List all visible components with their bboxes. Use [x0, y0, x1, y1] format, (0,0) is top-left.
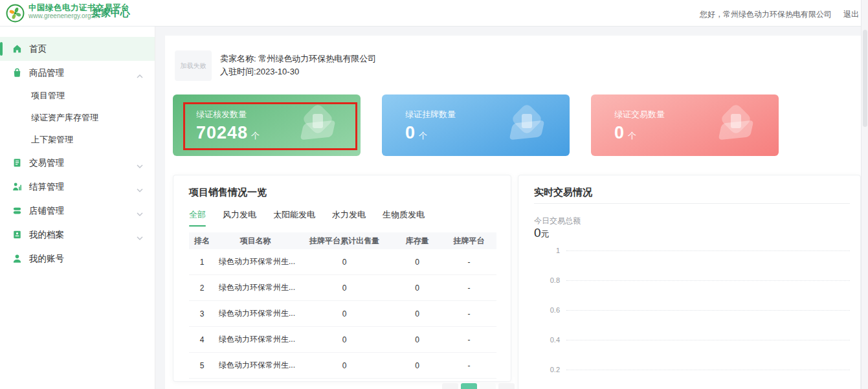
y-axis-tick-label: 0.8 [531, 276, 560, 284]
settlement-icon [12, 182, 22, 192]
tab-biomass[interactable]: 生物质发电 [383, 209, 425, 227]
chart-gridline: 0.4 [518, 340, 862, 349]
sidebar: 首页 商品管理 项目管理 绿证资产库存管理 上下架管理 交易管理 结算管理 店铺… [0, 27, 155, 389]
logout-link[interactable]: 退出 [843, 10, 859, 19]
seller-joined-date: 入驻时间:2023-10-30 [220, 66, 299, 78]
sidebar-item-goods[interactable]: 商品管理 [0, 61, 155, 85]
chevron-down-icon[interactable] [137, 232, 143, 237]
realtime-trade-chart: 10.80.60.40.2 [518, 245, 862, 389]
traded-count: 0 [614, 123, 625, 142]
chevron-down-icon[interactable] [137, 208, 143, 213]
realtime-trade-panel: 实时交易情况 今日交易总额 0元 10.80.60.40.2 [518, 175, 861, 389]
stats-row: 绿证核发数量 70248个 绿证挂牌数量 0个 绿证交易数量 0个 [165, 94, 861, 156]
annotation-highlight-box [183, 102, 357, 150]
sales-table-header: 排名 项目名称 挂牌平台累计出售量 库存量 挂牌平台 [189, 232, 496, 249]
pagination-page-1[interactable] [461, 383, 477, 389]
sales-table: 排名 项目名称 挂牌平台累计出售量 库存量 挂牌平台 1绿色动力环保常州生...… [189, 232, 496, 379]
seller-avatar-placeholder: 加载失败 [175, 50, 212, 81]
y-axis-tick-label: 1 [531, 247, 560, 254]
tab-solar[interactable]: 太阳能发电 [273, 209, 315, 227]
sidebar-item-gc-asset-inventory[interactable]: 绿证资产库存管理 [0, 107, 155, 129]
tab-hydro[interactable]: 水力发电 [332, 209, 366, 227]
seller-name: 卖家名称: 常州绿色动力环保热电有限公司 [220, 53, 376, 65]
tab-wind[interactable]: 风力发电 [223, 209, 256, 227]
table-row: 2绿色动力环保常州生...00- [189, 275, 496, 301]
chevron-down-icon[interactable] [137, 161, 143, 165]
sidebar-item-shop[interactable]: 店铺管理 [0, 199, 155, 223]
main-content: 加载失败 卖家名称: 常州绿色动力环保热电有限公司 入驻时间:2023-10-3… [165, 36, 861, 389]
chart-gridline: 0.2 [518, 370, 862, 379]
page-scrollbar[interactable] [861, 0, 868, 389]
panel-divider [534, 203, 850, 204]
table-row: 4绿色动力环保常州生...00- [189, 327, 496, 353]
sidebar-item-account[interactable]: 我的账号 [0, 247, 155, 271]
sidebar-item-project-management[interactable]: 项目管理 [0, 85, 155, 107]
pagination-next-button[interactable] [498, 383, 515, 389]
project-sales-panel: 项目销售情况一览 全部 风力发电 太阳能发电 水力发电 生物质发电 排名 项目名… [173, 175, 511, 382]
pagination [442, 383, 517, 389]
sidebar-item-archive[interactable]: 我的档案 [0, 223, 155, 247]
stat-card-listed: 绿证挂牌数量 0个 [382, 94, 570, 156]
energy-type-tabs: 全部 风力发电 太阳能发电 水力发电 生物质发电 [189, 209, 441, 227]
pagination-prev-button[interactable] [442, 383, 458, 389]
sales-table-body: 1绿色动力环保常州生...00-2绿色动力环保常州生...00-3绿色动力环保常… [189, 249, 496, 379]
portal-title: 卖家中心 [91, 7, 130, 19]
sidebar-item-settlement[interactable]: 结算管理 [0, 175, 155, 199]
account-icon [12, 254, 22, 263]
user-greeting: 您好，常州绿色动力环保热电有限公司 [700, 10, 832, 19]
y-axis-tick-label: 0.6 [531, 306, 560, 314]
shop-icon [12, 206, 22, 216]
sidebar-item-trade[interactable]: 交易管理 [0, 151, 155, 175]
stat-card-issued: 绿证核发数量 70248个 [173, 94, 361, 156]
certificate-3d-icon [717, 105, 757, 145]
table-row: 5绿色动力环保常州生...00- [189, 353, 496, 379]
chart-gridline: 0.6 [518, 310, 862, 319]
tab-all[interactable]: 全部 [189, 209, 206, 227]
goods-icon [12, 68, 22, 78]
listed-count: 0 [405, 123, 416, 142]
chevron-down-icon[interactable] [137, 184, 143, 189]
y-axis-tick-label: 0.4 [531, 336, 560, 344]
today-total-label: 今日交易总额 [534, 216, 581, 227]
chart-gridline: 1 [518, 250, 862, 260]
stat-card-traded: 绿证交易数量 0个 [591, 94, 779, 156]
chart-gridline: 0.8 [518, 280, 862, 289]
realtime-trade-title: 实时交易情况 [534, 186, 592, 199]
scrollbar-thumb[interactable] [863, 30, 867, 127]
chevron-up-icon[interactable] [137, 71, 143, 75]
y-axis-tick-label: 0.2 [531, 366, 560, 373]
archive-icon [12, 230, 22, 239]
certificate-3d-icon [507, 105, 548, 145]
platform-logo-icon [6, 4, 25, 23]
table-row: 3绿色动力环保常州生...00- [189, 301, 496, 327]
trade-icon [12, 158, 22, 168]
table-row: 1绿色动力环保常州生...00- [189, 249, 496, 275]
project-sales-title: 项目销售情况一览 [189, 186, 267, 199]
sidebar-item-home[interactable]: 首页 [0, 37, 155, 61]
sidebar-item-listing-management[interactable]: 上下架管理 [0, 129, 155, 151]
today-total-value: 0元 [534, 226, 550, 240]
home-icon [12, 44, 22, 54]
pagination-page-2[interactable] [480, 383, 496, 389]
top-bar: 中国绿色电力证书交易平台 www.greenenergy.org.cn 卖家中心… [0, 0, 868, 27]
